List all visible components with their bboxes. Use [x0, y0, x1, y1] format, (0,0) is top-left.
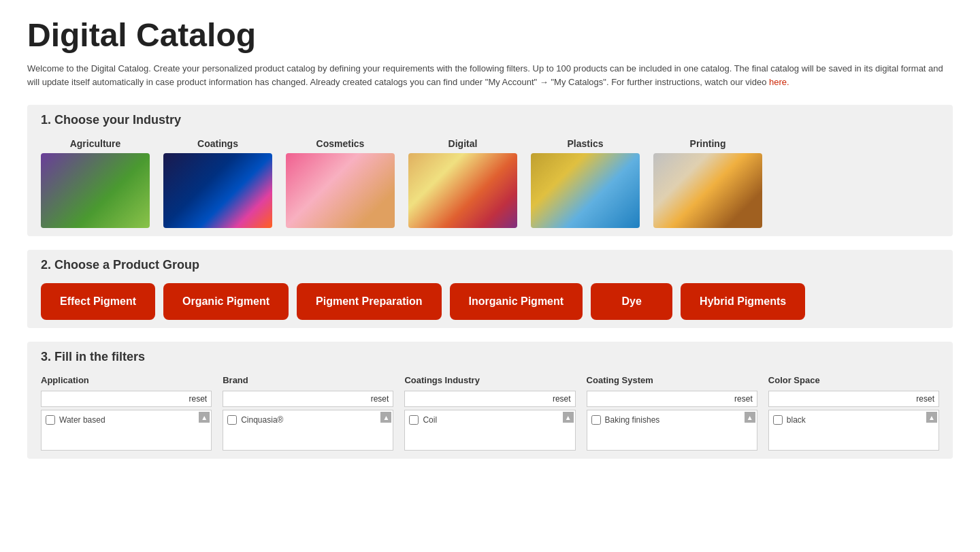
- filter-list: black▲: [768, 410, 939, 451]
- scroll-up-btn[interactable]: ▲: [926, 412, 937, 423]
- filter-col-title: Brand: [223, 375, 393, 385]
- filters-section: 3. Fill in the filters ApplicationresetW…: [27, 342, 953, 459]
- filter-item: Baking finishes: [590, 413, 754, 427]
- filter-item: Water based: [44, 413, 208, 427]
- intro-link[interactable]: here.: [769, 77, 789, 87]
- industry-item-cosmetics[interactable]: Cosmetics: [286, 138, 395, 228]
- filter-item-label: Coil: [423, 415, 437, 425]
- filter-checkbox[interactable]: [409, 415, 419, 425]
- filter-col-title: Coatings Industry: [404, 375, 575, 385]
- product-btn-pigment-preparation[interactable]: Pigment Preparation: [297, 283, 441, 320]
- industry-item-printing[interactable]: Printing: [653, 138, 762, 228]
- filter-item: Cinquasia®: [226, 413, 390, 427]
- filter-item-label: black: [787, 415, 806, 425]
- product-group-row: Effect PigmentOrganic PigmentPigment Pre…: [41, 283, 939, 320]
- filter-list: Water based▲: [41, 410, 212, 451]
- filter-reset-btn[interactable]: reset: [734, 394, 753, 404]
- filter-col-title: Coating System: [587, 375, 757, 385]
- filter-reset-btn[interactable]: reset: [371, 394, 389, 404]
- scroll-up-btn[interactable]: ▲: [199, 412, 210, 423]
- industry-label: Digital: [448, 138, 478, 149]
- scroll-up-btn[interactable]: ▲: [745, 412, 755, 423]
- industry-image: [163, 153, 272, 228]
- industry-label: Cosmetics: [316, 138, 365, 149]
- filter-reset-row: reset: [587, 391, 757, 407]
- filter-item: Coil: [408, 413, 572, 427]
- product-btn-hybrid-pigments[interactable]: Hybrid Pigments: [681, 283, 805, 320]
- industry-item-coatings[interactable]: Coatings: [163, 138, 272, 228]
- industry-image: [408, 153, 517, 228]
- filter-reset-row: reset: [41, 391, 212, 407]
- scroll-up-btn[interactable]: ▲: [563, 412, 574, 423]
- filter-reset-btn[interactable]: reset: [916, 394, 934, 404]
- filter-item-label: Cinquasia®: [241, 415, 283, 425]
- industry-image: [41, 153, 150, 228]
- intro-text: Welcome to the Digital Catalog. Create y…: [27, 62, 953, 88]
- industry-item-agriculture[interactable]: Agriculture: [41, 138, 150, 228]
- filter-checkbox[interactable]: [773, 415, 783, 425]
- filter-checkbox[interactable]: [227, 415, 237, 425]
- filter-item: black: [772, 413, 936, 427]
- filter-reset-btn[interactable]: reset: [189, 394, 208, 404]
- industry-section-title: 1. Choose your Industry: [41, 113, 939, 127]
- industry-item-digital[interactable]: Digital: [408, 138, 517, 228]
- industry-label: Coatings: [197, 138, 238, 149]
- filter-col-title: Application: [41, 375, 212, 385]
- industry-label: Plastics: [568, 138, 604, 149]
- filter-reset-row: reset: [404, 391, 575, 407]
- filter-col-coatings-industry: Coatings IndustryresetCoil▲: [404, 375, 575, 451]
- industry-item-plastics[interactable]: Plastics: [531, 138, 640, 228]
- industry-image: [286, 153, 395, 228]
- product-btn-inorganic-pigment[interactable]: Inorganic Pigment: [450, 283, 583, 320]
- filters-grid: ApplicationresetWater based▲BrandresetCi…: [41, 375, 939, 451]
- filter-reset-row: reset: [223, 391, 393, 407]
- product-btn-effect-pigment[interactable]: Effect Pigment: [41, 283, 155, 320]
- filter-col-brand: BrandresetCinquasia®▲: [223, 375, 393, 451]
- filter-col-title: Color Space: [768, 375, 939, 385]
- filter-checkbox[interactable]: [591, 415, 601, 425]
- industry-image: [653, 153, 762, 228]
- industry-label: Printing: [690, 138, 726, 149]
- filter-reset-row: reset: [768, 391, 939, 407]
- industry-grid: Agriculture Coatings Cosmetics Digital P…: [41, 138, 939, 228]
- scroll-up-btn[interactable]: ▲: [380, 412, 391, 423]
- filters-title: 3. Fill in the filters: [41, 350, 939, 364]
- filter-list: Cinquasia®▲: [223, 410, 393, 451]
- product-btn-dye[interactable]: Dye: [591, 283, 672, 320]
- page-title: Digital Catalog: [27, 16, 953, 54]
- filter-col-application: ApplicationresetWater based▲: [41, 375, 212, 451]
- industry-section: 1. Choose your Industry Agriculture Coat…: [27, 105, 953, 236]
- product-btn-organic-pigment[interactable]: Organic Pigment: [163, 283, 289, 320]
- industry-label: Agriculture: [70, 138, 121, 149]
- industry-image: [531, 153, 640, 228]
- filter-item-label: Water based: [59, 415, 105, 425]
- product-group-title: 2. Choose a Product Group: [41, 258, 939, 272]
- filter-item-label: Baking finishes: [605, 415, 660, 425]
- filter-reset-btn[interactable]: reset: [553, 394, 571, 404]
- filter-col-coating-system: Coating SystemresetBaking finishes▲: [587, 375, 757, 451]
- filter-checkbox[interactable]: [46, 415, 55, 425]
- filter-col-color-space: Color Spaceresetblack▲: [768, 375, 939, 451]
- filter-list: Baking finishes▲: [587, 410, 757, 451]
- product-group-section: 2. Choose a Product Group Effect Pigment…: [27, 250, 953, 328]
- filter-list: Coil▲: [404, 410, 575, 451]
